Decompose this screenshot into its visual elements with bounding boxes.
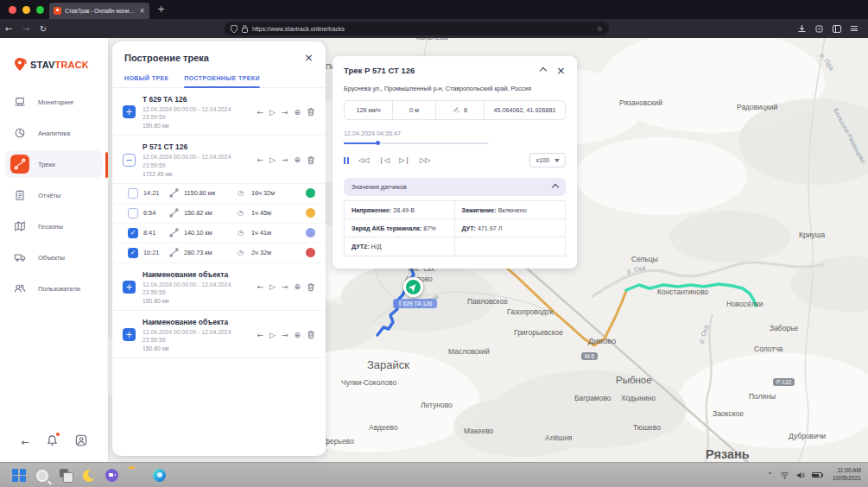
collapse-panel-icon[interactable]: [540, 66, 547, 73]
locate-track-icon[interactable]: ⊕: [294, 108, 301, 117]
start-button-icon[interactable]: [12, 468, 26, 482]
step-back-icon[interactable]: ❘◁: [378, 156, 390, 164]
track-item[interactable]: − Р 571 СТ 126 12.04.2024 00:00:00 - 12.…: [112, 136, 326, 183]
window-zoom-button[interactable]: [36, 6, 44, 14]
wifi-icon[interactable]: [780, 471, 789, 479]
reload-icon[interactable]: ↻: [35, 24, 52, 34]
url-bar[interactable]: https://www.stavtrack.online/tracks ☆: [225, 22, 609, 35]
road-number-badge: М-5: [581, 352, 598, 360]
volume-icon[interactable]: [796, 471, 805, 479]
back-icon[interactable]: ←: [0, 24, 17, 34]
sensors-table: Напряжение: 28.49 В Зажигание: Включено …: [344, 200, 566, 256]
window-controls[interactable]: [9, 6, 44, 14]
segment-checkbox[interactable]: ✓: [128, 248, 138, 258]
close-detail-icon[interactable]: ×: [556, 65, 566, 76]
fast-forward-icon[interactable]: ▷▷: [420, 156, 430, 164]
step-forward-icon[interactable]: ▷❘: [399, 156, 410, 164]
forward-icon[interactable]: →: [17, 24, 35, 34]
vehicle-plate-badge[interactable]: Т 629 ТА 126: [393, 299, 437, 308]
next-track-icon[interactable]: →: [282, 108, 288, 117]
track-segment-row[interactable]: ✓ 8:41 140.10 км ◷ 1ч 41м: [112, 224, 326, 244]
moon-app-icon[interactable]: [83, 470, 95, 482]
url-text[interactable]: https://www.stavtrack.online/tracks: [252, 26, 592, 32]
sidebars-icon[interactable]: [833, 25, 841, 33]
prev-track-icon[interactable]: ←: [257, 108, 263, 117]
sidebar-item-users[interactable]: Пользователи: [5, 275, 103, 302]
bookmark-star-icon[interactable]: ☆: [597, 25, 603, 33]
downloads-icon[interactable]: [798, 25, 806, 33]
sidebar-item-analytics[interactable]: Аналитика: [5, 119, 103, 147]
next-track-icon[interactable]: →: [282, 331, 288, 339]
play-track-icon[interactable]: ▷: [269, 282, 276, 291]
delete-track-icon[interactable]: [307, 330, 315, 339]
segment-checkbox[interactable]: [128, 188, 138, 199]
play-track-icon[interactable]: ▷: [269, 331, 276, 339]
collapse-sensors-icon[interactable]: [552, 183, 559, 190]
window-minimize-button[interactable]: [22, 6, 30, 14]
locate-track-icon[interactable]: ⊕: [294, 331, 301, 339]
pause-icon[interactable]: [344, 157, 349, 164]
locate-track-icon[interactable]: ⊕: [294, 282, 301, 291]
notifications-bell-icon[interactable]: [47, 434, 58, 450]
panel-close-icon[interactable]: ×: [304, 52, 314, 63]
track-item[interactable]: + Наименование объекта 12.04.2024 00:00:…: [112, 311, 326, 358]
collapse-sidebar-icon[interactable]: ←: [21, 437, 29, 448]
sensors-header[interactable]: Значения датчиков: [344, 178, 566, 196]
prev-track-icon[interactable]: ←: [257, 331, 263, 339]
locate-track-icon[interactable]: ⊕: [294, 155, 301, 164]
playback-slider[interactable]: [344, 142, 489, 144]
track-period: 12.04.2024 00:00:00 - 12.04.2024: [143, 281, 231, 288]
sidebar-item-objects[interactable]: Объекты: [5, 244, 103, 271]
map-place-label: Макеево: [464, 427, 493, 435]
map-place-label: Тюшево: [633, 423, 661, 432]
tab-close-icon[interactable]: ×: [139, 8, 145, 15]
lock-icon[interactable]: [242, 25, 248, 33]
browser-tab[interactable]: СтавТрак - Онлайн мониторин ×: [49, 3, 149, 19]
prev-track-icon[interactable]: ←: [257, 155, 263, 164]
prev-track-icon[interactable]: ←: [257, 282, 263, 291]
new-tab-button[interactable]: +: [157, 3, 165, 15]
sidebar-item-monitoring[interactable]: Мониторинг: [5, 88, 103, 116]
track-segment-row[interactable]: ✓ 10:21 280.73 км ◷ 2ч 32м: [112, 244, 326, 263]
menu-icon[interactable]: [851, 26, 858, 31]
edge-browser-icon[interactable]: [153, 469, 166, 482]
window-close-button[interactable]: [9, 6, 16, 14]
video-chat-app-icon[interactable]: [105, 469, 118, 482]
segment-checkbox[interactable]: [128, 208, 138, 218]
task-view-icon[interactable]: [59, 468, 73, 482]
track-segment-row[interactable]: 6:54 150.82 км ◷ 1ч 45м: [112, 204, 326, 224]
profile-icon[interactable]: [75, 434, 87, 450]
tray-expand-icon[interactable]: ⌃: [767, 471, 773, 479]
sidebar-item-label: Объекты: [38, 254, 65, 262]
taskbar-clock[interactable]: 11:00 AM 10/05/2021: [833, 467, 861, 483]
track-item[interactable]: + Наименование объекта 12.04.2024 00:00:…: [112, 263, 326, 311]
next-track-icon[interactable]: →: [282, 282, 288, 291]
tab-built-tracks[interactable]: ПОСТРОЕННЫЕ ТРЕКИ: [184, 70, 260, 87]
play-track-icon[interactable]: ▷: [269, 155, 276, 164]
delete-track-icon[interactable]: [307, 155, 315, 165]
sidebar-item-reports[interactable]: Отчёты: [5, 181, 103, 209]
sidebar-item-tracks[interactable]: Треки: [5, 150, 103, 178]
tracking-shield-icon[interactable]: [231, 25, 238, 33]
playback-speed-select[interactable]: x100: [529, 153, 566, 168]
collapse-minus-icon[interactable]: −: [123, 154, 136, 167]
next-track-icon[interactable]: →: [282, 155, 288, 164]
rewind-icon[interactable]: ◁◁: [358, 156, 369, 164]
battery-icon[interactable]: [812, 472, 822, 478]
play-track-icon[interactable]: ▷: [269, 108, 276, 117]
expand-plus-icon[interactable]: +: [123, 281, 136, 294]
segment-checkbox[interactable]: ✓: [128, 228, 138, 238]
vehicle-marker[interactable]: [403, 277, 423, 297]
expand-plus-icon[interactable]: +: [123, 105, 136, 118]
taskbar-search-icon[interactable]: [36, 470, 48, 482]
tab-new-track[interactable]: НОВЫЙ ТРЕК: [124, 70, 168, 87]
track-item[interactable]: + Т 629 ТА 126 12.04.2024 00:00:00 - 12.…: [112, 88, 326, 136]
file-explorer-icon[interactable]: [129, 468, 143, 482]
delete-track-icon[interactable]: [307, 107, 315, 117]
track-segment-row[interactable]: 14:21 1150.80 км ◷ 16ч 32м: [112, 184, 326, 204]
sidebar-item-geozones[interactable]: Геозоны: [5, 212, 103, 240]
extensions-icon[interactable]: [815, 25, 823, 33]
delete-track-icon[interactable]: [307, 282, 315, 292]
expand-plus-icon[interactable]: +: [123, 328, 136, 341]
playback-slider-handle[interactable]: [376, 141, 380, 145]
